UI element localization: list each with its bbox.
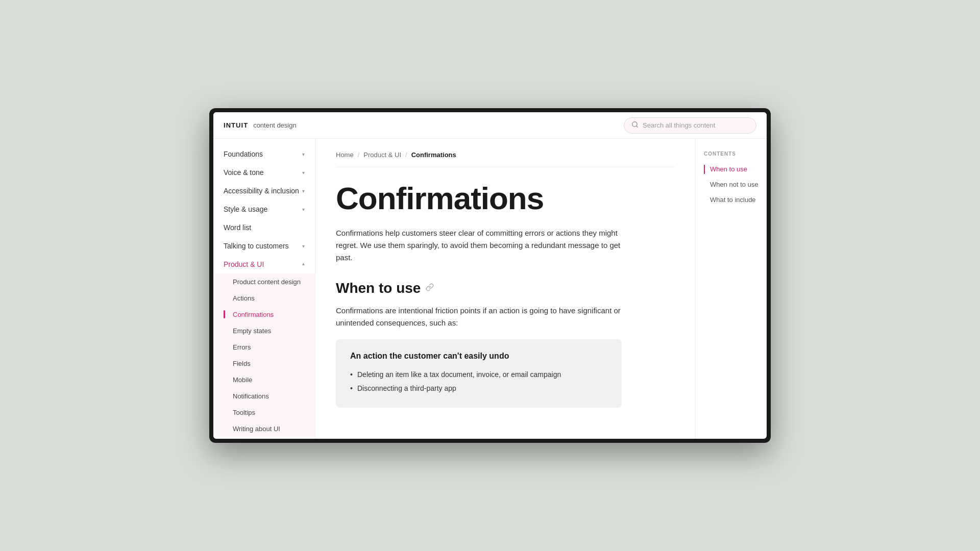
breadcrumb: Home / Product & UI / Confirmations	[336, 151, 675, 167]
breadcrumb-separator-1: /	[358, 151, 360, 159]
list-item: Disconnecting a third-party app	[350, 382, 607, 395]
chevron-up-icon: ▾	[302, 262, 305, 267]
sidebar-subitem-confirmations[interactable]: Confirmations	[213, 306, 315, 322]
inactive-indicator	[224, 278, 225, 286]
info-box-list: Deleting an item like a tax document, in…	[350, 368, 607, 395]
active-indicator	[224, 310, 225, 318]
sidebar-subitem-mobile[interactable]: Mobile	[213, 371, 315, 388]
sidebar-subitem-errors[interactable]: Errors	[213, 339, 315, 355]
content-with-toc: Home / Product & UI / Confirmations Conf…	[315, 139, 767, 439]
toc-item-what-to-include[interactable]: What to include	[704, 195, 758, 205]
logo-intuit: INTUIT	[224, 121, 248, 129]
sidebar-item-word-list[interactable]: Word list	[213, 218, 315, 237]
toc-item-when-to-use[interactable]: When to use	[704, 165, 758, 174]
sidebar-item-voice-tone[interactable]: Voice & tone ▾	[213, 163, 315, 182]
intro-text: Confirmations help customers steer clear…	[336, 227, 622, 264]
section1-text: Confirmations are intentional friction p…	[336, 305, 622, 329]
breadcrumb-parent[interactable]: Product & UI	[363, 151, 401, 159]
chevron-down-icon: ▾	[302, 243, 305, 249]
search-icon	[631, 121, 639, 130]
chevron-down-icon: ▾	[302, 170, 305, 176]
chevron-down-icon: ▾	[302, 188, 305, 194]
browser-window: INTUIT content design Search all things …	[213, 112, 767, 439]
logo-area: INTUIT content design	[224, 121, 297, 129]
product-ui-subitems: Product content design Actions Confirmat…	[213, 273, 315, 437]
toc-title: CONTENTS	[704, 151, 758, 157]
logo-subtitle: content design	[253, 121, 297, 129]
search-placeholder: Search all things content	[643, 121, 749, 129]
inactive-indicator	[224, 294, 225, 302]
breadcrumb-separator-2: /	[405, 151, 407, 159]
inactive-indicator	[224, 327, 225, 335]
section-heading-text: When to use	[336, 280, 421, 296]
sidebar-subitem-fields[interactable]: Fields	[213, 355, 315, 371]
toc-panel: CONTENTS When to use When not to use Wha…	[695, 139, 767, 439]
sidebar: Foundations ▾ Voice & tone ▾ Accessibili…	[213, 139, 315, 439]
sidebar-item-accessibility[interactable]: Accessibility & inclusion ▾	[213, 182, 315, 200]
inactive-indicator	[224, 424, 225, 433]
sidebar-subitem-empty-states[interactable]: Empty states	[213, 322, 315, 339]
inactive-indicator	[224, 343, 225, 351]
info-box-title: An action the customer can't easily undo	[350, 352, 607, 361]
breadcrumb-current: Confirmations	[411, 151, 456, 159]
chevron-down-icon: ▾	[302, 207, 305, 212]
header: INTUIT content design Search all things …	[213, 112, 767, 139]
info-box: An action the customer can't easily undo…	[336, 339, 622, 408]
search-bar[interactable]: Search all things content	[624, 117, 756, 134]
inactive-indicator	[224, 359, 225, 367]
link-icon[interactable]	[426, 283, 434, 293]
inactive-indicator	[224, 375, 225, 384]
section-when-to-use: When to use	[336, 280, 675, 296]
sidebar-item-style-usage[interactable]: Style & usage ▾	[213, 200, 315, 218]
monitor-frame: INTUIT content design Search all things …	[209, 108, 771, 443]
list-item: Deleting an item like a tax document, in…	[350, 368, 607, 382]
inactive-indicator	[224, 408, 225, 416]
sidebar-item-marketing[interactable]: Marketing ▾	[213, 437, 315, 439]
sidebar-item-talking-to-customers[interactable]: Talking to customers ▾	[213, 237, 315, 255]
sidebar-subitem-product-content-design[interactable]: Product content design	[213, 273, 315, 290]
toc-item-when-not-to-use[interactable]: When not to use	[704, 180, 758, 189]
main-content: Home / Product & UI / Confirmations Conf…	[315, 139, 695, 439]
inactive-indicator	[224, 392, 225, 400]
chevron-down-icon: ▾	[302, 152, 305, 157]
layout: Foundations ▾ Voice & tone ▾ Accessibili…	[213, 139, 767, 439]
svg-line-1	[636, 126, 638, 127]
page-title: Confirmations	[336, 182, 675, 215]
sidebar-subitem-notifications[interactable]: Notifications	[213, 388, 315, 404]
breadcrumb-home[interactable]: Home	[336, 151, 354, 159]
sidebar-item-product-ui[interactable]: Product & UI ▾	[213, 255, 315, 273]
sidebar-subitem-actions[interactable]: Actions	[213, 290, 315, 306]
sidebar-subitem-tooltips[interactable]: Tooltips	[213, 404, 315, 420]
sidebar-item-foundations[interactable]: Foundations ▾	[213, 145, 315, 163]
sidebar-subitem-writing-about-ui[interactable]: Writing about UI	[213, 420, 315, 437]
